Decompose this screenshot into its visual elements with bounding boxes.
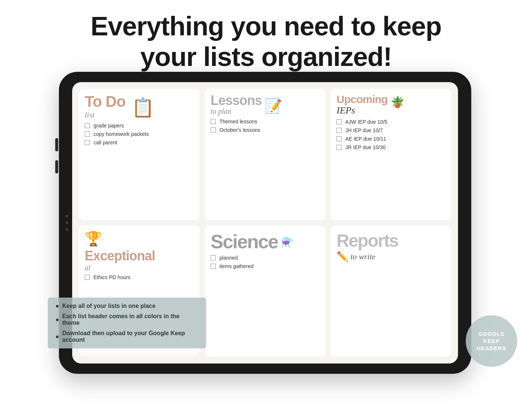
page-title: Everything you need to keep your lists o… bbox=[0, 0, 532, 80]
upcoming-checklist: AJW IEP due 10/5 JH IEP due 10/7 AE IEP … bbox=[337, 119, 445, 150]
todo-title: To Do bbox=[85, 94, 126, 109]
upcoming-subtitle: IEPs bbox=[337, 105, 388, 116]
checkbox[interactable] bbox=[211, 255, 216, 260]
atom-icon: ⚗️ bbox=[281, 236, 294, 249]
lessons-checklist: Themed lessons October's lessons bbox=[211, 119, 320, 133]
bullet-icon bbox=[56, 336, 59, 338]
list-item: October's lessons bbox=[211, 127, 320, 133]
checkbox[interactable] bbox=[337, 136, 342, 141]
checkbox[interactable] bbox=[211, 264, 216, 269]
todo-card: To Do list 📋 grade papers copy homework … bbox=[79, 89, 200, 220]
tablet-indicator-dot bbox=[66, 221, 68, 224]
science-card: Science ⚗️ planned items gathered bbox=[205, 225, 325, 357]
reports-title: Reports bbox=[337, 231, 445, 251]
overlay-item-2: Each list header comes in all colors in … bbox=[56, 313, 198, 326]
tablet-indicator-dot bbox=[66, 215, 68, 218]
checkbox[interactable] bbox=[337, 145, 342, 150]
list-item: copy homework packets bbox=[85, 131, 194, 137]
upcoming-card: Upcoming IEPs 🪴 AJW IEP due 10/5 JH IEP … bbox=[331, 89, 451, 220]
list-item: AE IEP due 10/11 bbox=[337, 136, 445, 142]
science-title: Science bbox=[211, 231, 278, 253]
pencil-icon: ✏️ bbox=[337, 251, 348, 262]
badge-text: GOOGLE KEEP HEADERS bbox=[477, 330, 506, 352]
todo-subtitle: list bbox=[85, 110, 126, 120]
bullet-icon bbox=[56, 319, 59, 321]
list-item: items gathered bbox=[211, 263, 320, 269]
overlay-item-1: Keep all of your lists in one place bbox=[56, 303, 198, 309]
overlay-panel: Keep all of your lists in one place Each… bbox=[48, 298, 206, 348]
lessons-card: Lessons to plan 📝 Themed lessons October… bbox=[205, 89, 325, 220]
tablet-button-1 bbox=[55, 138, 58, 151]
todo-checklist: grade papers copy homework packets call … bbox=[85, 123, 194, 145]
list-item: Ethics PD hours bbox=[85, 274, 194, 280]
checkbox[interactable] bbox=[211, 119, 216, 124]
tablet-button-2 bbox=[55, 160, 58, 173]
list-item: JH IEP due 10/7 bbox=[337, 127, 445, 133]
lessons-icon: 📝 bbox=[265, 98, 282, 114]
exceptional-subtitle: al bbox=[85, 264, 194, 272]
checkbox[interactable] bbox=[85, 123, 90, 128]
checkbox[interactable] bbox=[211, 127, 216, 133]
checkbox[interactable] bbox=[85, 140, 90, 145]
list-item: JR IEP due 10/30 bbox=[337, 144, 445, 150]
list-item: Themed lessons bbox=[211, 119, 320, 124]
lessons-title: Lessons bbox=[211, 94, 262, 107]
bullet-icon bbox=[56, 305, 59, 308]
reports-subtitle: to write bbox=[350, 252, 376, 261]
plant-icon: 🪴 bbox=[391, 95, 404, 108]
clipboard-icon: 📋 bbox=[131, 97, 154, 118]
checkbox[interactable] bbox=[85, 275, 90, 280]
list-item: grade papers bbox=[85, 123, 194, 129]
exceptional-checklist: Ethics PD hours bbox=[85, 274, 194, 280]
list-item: call parent bbox=[85, 140, 194, 145]
tablet-indicator-dot bbox=[66, 228, 68, 231]
exceptional-icon: 🏆 bbox=[85, 231, 102, 247]
upcoming-title: Upcoming bbox=[337, 94, 388, 105]
checkbox[interactable] bbox=[337, 128, 342, 133]
checkbox[interactable] bbox=[337, 119, 342, 124]
google-keep-badge: GOOGLE KEEP HEADERS bbox=[466, 315, 517, 367]
overlay-item-3: Download then upload to your Google Keep… bbox=[56, 330, 198, 343]
list-item: planned bbox=[211, 255, 320, 261]
reports-card: Reports ✏️ to write bbox=[331, 225, 451, 357]
lessons-subtitle: to plan bbox=[211, 107, 262, 116]
checkbox[interactable] bbox=[85, 131, 90, 137]
science-checklist: planned items gathered bbox=[211, 255, 320, 269]
exceptional-title: Exceptional bbox=[85, 248, 194, 264]
list-item: AJW IEP due 10/5 bbox=[337, 119, 445, 125]
